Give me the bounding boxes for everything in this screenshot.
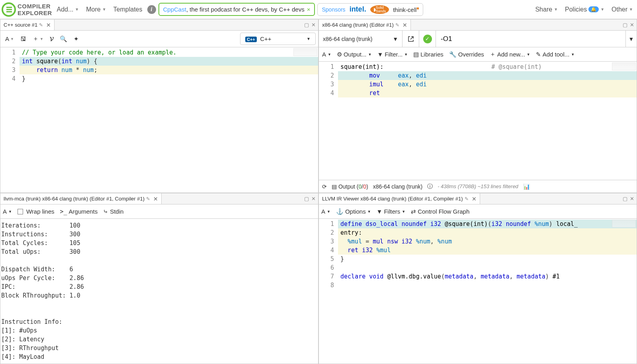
sponsor-solidsands[interactable]: ◗ SolidSands [370, 5, 389, 14]
asm-tab-bar: x86-64 clang (trunk) (Editor #1) ✎ ✕ ▢ ✕ [319, 19, 637, 31]
line-gutter: 1234 [319, 62, 338, 180]
nav-add[interactable]: Add...▼ [55, 4, 82, 16]
add-tool-dropdown[interactable]: ✎Add tool...▼ [536, 51, 574, 58]
editor-tab[interactable]: C++ source #1 ✎ ✕ [0, 19, 55, 30]
ir-pane: LLVM IR Viewer x86-64 clang (trunk) (Edi… [318, 193, 637, 364]
reload-icon[interactable]: ⟳ [322, 183, 327, 190]
font-button[interactable]: A▼ [3, 208, 12, 215]
nav-policies[interactable]: Policies🔔▼ [563, 4, 607, 16]
pane-close-icon[interactable]: ✕ [630, 196, 634, 202]
nav-more[interactable]: More▼ [84, 4, 108, 16]
pencil-icon[interactable]: ✎ [395, 22, 399, 28]
code-area[interactable]: define dso_local noundef i32 @square(int… [338, 219, 637, 364]
editor-toolbar: A▼ 🖫 ＋▼ 𝓥 🔍 ✦ C++ C++ ▼ [0, 31, 318, 47]
nav-templates[interactable]: Templates [111, 4, 145, 16]
filter-dropdown[interactable]: ▼Filter...▼ [377, 51, 408, 58]
promo-close-icon[interactable]: × [307, 6, 311, 13]
minimap[interactable] [612, 62, 636, 70]
wrap-lines-toggle[interactable]: Wrap lines [18, 208, 55, 215]
save-button[interactable]: 🖫 [18, 34, 29, 44]
ir-tab-bar: LLVM IR Viewer x86-64 clang (trunk) (Edi… [319, 193, 637, 204]
code-area[interactable]: // Type your code here, or load an examp… [20, 47, 318, 193]
editor-tab-bar: C++ source #1 ✎ ✕ ▢ ✕ [0, 19, 318, 31]
pane-close-icon[interactable]: ✕ [311, 196, 316, 202]
mca-output[interactable]: Iterations: 100 Instructions: 300 Total … [0, 219, 318, 364]
compiler-toolbar: x86-64 clang (trunk)▼ ✓ ▼ [319, 31, 637, 47]
stdin-button[interactable]: ⤷Stdin [103, 208, 123, 215]
promo-brand: CppCast [163, 6, 186, 13]
sponsor-intel[interactable]: intel. [350, 5, 366, 14]
mca-pane: llvm-mca (trunk) x86-64 clang (trunk) (E… [0, 193, 318, 364]
editor-tab-title: C++ source #1 [4, 22, 37, 28]
add-button[interactable]: ＋▼ [30, 33, 46, 44]
maximize-icon[interactable]: ▢ [623, 196, 627, 202]
output-button[interactable]: ▤ Output (0/0) [332, 183, 368, 190]
workspace: C++ source #1 ✎ ✕ ▢ ✕ A▼ 🖫 ＋▼ 𝓥 🔍 ✦ C++ … [0, 19, 637, 364]
sponsor-thinkcell[interactable]: think-cell■ [393, 6, 419, 13]
maximize-icon[interactable]: ▢ [623, 22, 627, 28]
pencil-icon[interactable]: ✎ [465, 196, 469, 202]
editor-pane: C++ source #1 ✎ ✕ ▢ ✕ A▼ 🖫 ＋▼ 𝓥 🔍 ✦ C++ … [0, 19, 318, 193]
logo-text-2: EXPLORER [18, 10, 52, 16]
asm-editor[interactable]: 1234 square(int): # @square(int) mov eax… [319, 62, 637, 180]
vim-button[interactable]: 𝓥 [47, 34, 56, 44]
notification-badge: 🔔 [588, 6, 599, 12]
whitespace-icon[interactable]: ✦ [71, 34, 81, 44]
checkbox-icon [18, 209, 23, 214]
mca-tab[interactable]: llvm-mca (trunk) x86-64 clang (trunk) (E… [0, 193, 162, 204]
mca-tab-bar: llvm-mca (trunk) x86-64 clang (trunk) (E… [0, 193, 318, 204]
code-area[interactable]: square(int): # @square(int) mov eax, edi… [338, 62, 637, 180]
line-gutter: 1234 [0, 47, 20, 193]
output-dropdown[interactable]: ⚙Output...▼ [337, 51, 371, 58]
search-icon[interactable]: 🔍 [57, 34, 70, 44]
close-icon[interactable]: ✕ [472, 196, 477, 202]
promo-banner[interactable]: CppCast, the first podcast for C++ devs,… [158, 3, 315, 16]
close-icon[interactable]: ✕ [153, 196, 158, 202]
sponsors-box[interactable]: Sponsors intel. ◗ SolidSands think-cell■ [317, 3, 423, 16]
nav-share[interactable]: Share▼ [533, 4, 560, 16]
font-button[interactable]: A▼ [321, 208, 330, 215]
pane-close-icon[interactable]: ✕ [630, 22, 634, 28]
book-icon: ▤ [413, 51, 419, 58]
maximize-icon[interactable]: ▢ [304, 196, 309, 202]
cfg-button[interactable]: ⇄Control Flow Graph [411, 208, 469, 215]
options-dropdown[interactable]: ▼ [625, 31, 637, 47]
status-timing: - 438ms (7708B) ~153 lines filtered [438, 183, 518, 189]
add-new-dropdown[interactable]: ＋Add new...▼ [490, 51, 530, 58]
compiler-select[interactable]: x86-64 clang (trunk)▼ [319, 31, 403, 47]
asm-tab[interactable]: x86-64 clang (trunk) (Editor #1) ✎ ✕ [319, 19, 411, 30]
arguments-button[interactable]: >_Arguments [60, 208, 98, 215]
status-compiler: x86-64 clang (trunk) [373, 183, 423, 190]
font-button[interactable]: A▼ [322, 51, 331, 58]
logo[interactable]: COMPILEREXPLORER [2, 2, 52, 17]
info-icon[interactable]: ⓘ [427, 183, 433, 190]
ir-editor[interactable]: 12345678 define dso_local noundef i32 @s… [319, 219, 637, 364]
close-icon[interactable]: ✕ [46, 22, 51, 28]
stats-icon[interactable]: 📊 [523, 183, 530, 190]
minimap[interactable] [293, 48, 317, 56]
libraries-button[interactable]: ▤Libraries [413, 51, 444, 58]
top-nav: COMPILEREXPLORER Add...▼ More▼ Templates… [0, 0, 637, 19]
compiler-options-input[interactable] [436, 31, 625, 47]
overrides-button[interactable]: 🔧Overrides [449, 51, 484, 58]
language-select[interactable]: C++ C++ ▼ [240, 33, 316, 45]
ir-tab[interactable]: LLVM IR Viewer x86-64 clang (trunk) (Edi… [319, 193, 480, 204]
font-button[interactable]: A▼ [3, 34, 16, 44]
language-label: C++ [260, 35, 271, 42]
close-icon[interactable]: ✕ [403, 22, 407, 28]
nav-other[interactable]: Other▼ [609, 4, 635, 16]
swap-icon: ⇄ [411, 208, 416, 215]
compile-status[interactable]: ✓ [419, 31, 436, 47]
sponsors-label: Sponsors [322, 6, 345, 13]
filters-dropdown[interactable]: ▼Filters▼ [377, 208, 406, 215]
minimap[interactable] [612, 220, 636, 228]
source-editor[interactable]: 1234 // Type your code here, or load an … [0, 47, 318, 193]
external-link-icon[interactable] [403, 31, 419, 47]
info-icon[interactable]: i [147, 5, 156, 14]
ir-tab-title: LLVM IR Viewer x86-64 clang (trunk) (Edi… [322, 196, 463, 202]
options-dropdown[interactable]: ⚓Options▼ [336, 208, 371, 215]
pencil-icon[interactable]: ✎ [146, 196, 150, 202]
pencil-icon[interactable]: ✎ [39, 22, 43, 28]
pane-close-icon[interactable]: ✕ [311, 22, 316, 28]
maximize-icon[interactable]: ▢ [304, 22, 309, 28]
